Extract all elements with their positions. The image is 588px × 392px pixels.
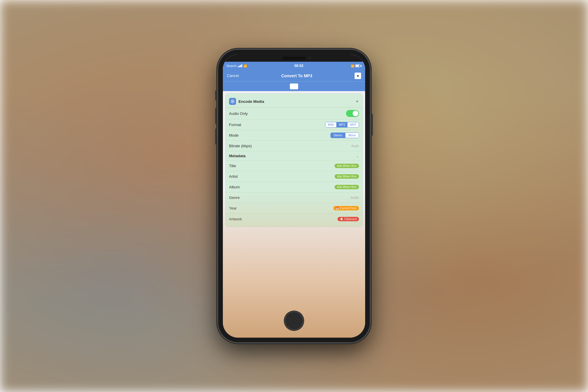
card-title: Encode Media	[238, 99, 264, 104]
format-row: Format M4A MP3 AIFF	[225, 120, 363, 130]
audio-only-row: Audio Only	[225, 108, 363, 120]
mode-stereo-button[interactable]: Stereo	[331, 133, 345, 138]
camera-dot	[308, 57, 311, 60]
mode-button-group: Stereo Mono	[330, 133, 359, 138]
screen-content: Search 📶 08:53 📶	[223, 62, 365, 304]
phone-top-bar	[223, 54, 365, 62]
status-right: 📶	[351, 64, 362, 68]
phone-body: Search 📶 08:53 📶	[218, 49, 370, 343]
artist-ask-badge[interactable]: Ask When Run	[335, 174, 359, 179]
calendar-icon: 📅	[336, 207, 339, 210]
artwork-clipboard-badge[interactable]: 📋 Clipboard	[338, 217, 359, 221]
card-header-left: Encode Media	[229, 98, 264, 105]
title-label: Title	[229, 164, 236, 168]
clipboard-icon: 📋	[340, 217, 343, 220]
volume-down-button	[215, 128, 217, 145]
title-row: Title Ask When Run	[225, 161, 363, 171]
bluetooth-icon: 📶	[351, 64, 354, 68]
year-current-date-badge[interactable]: 📅 Current Date	[333, 206, 359, 210]
encode-icon	[229, 98, 236, 105]
album-ask-badge[interactable]: Ask When Run	[335, 185, 359, 189]
silent-button	[215, 90, 217, 100]
title-ask-badge[interactable]: Ask When Run	[335, 164, 359, 168]
settings-icon[interactable]: ✦	[355, 99, 359, 104]
audio-only-toggle[interactable]	[346, 110, 359, 117]
home-button[interactable]	[285, 311, 304, 330]
toggle-knob	[353, 110, 358, 116]
genre-value: Indie	[351, 195, 359, 200]
volume-up-button	[215, 108, 217, 124]
format-label: Format	[229, 123, 241, 127]
nav-title: Convert To MP3	[281, 73, 312, 78]
status-time: 08:53	[294, 64, 303, 68]
battery-icon	[355, 64, 362, 67]
current-date-label: Current Date	[340, 207, 357, 210]
signal-bars	[238, 64, 242, 67]
artwork-row: Artwork 📋 Clipboard	[225, 214, 363, 224]
metadata-row[interactable]: Metadata ⌄	[225, 151, 363, 161]
speaker	[282, 57, 306, 60]
year-row: Year 📅 Current Date	[225, 203, 363, 214]
power-button	[371, 114, 373, 136]
artist-row: Artist Ask When Run	[225, 171, 363, 182]
bitrate-value: Auto	[351, 144, 359, 148]
artist-label: Artist	[229, 174, 238, 179]
svg-point-1	[232, 101, 233, 102]
cancel-button[interactable]: Cancel	[227, 73, 239, 78]
phone-screen: Search 📶 08:53 📶	[223, 54, 365, 338]
bitrate-label: Bitrate (kbps)	[229, 144, 252, 148]
artwork-label: Artwork	[229, 217, 242, 221]
audio-only-label: Audio Only	[229, 111, 248, 116]
status-left: Search 📶	[226, 64, 247, 68]
format-mp3-button[interactable]: MP3	[337, 122, 348, 127]
chevron-down-icon: ⌄	[356, 154, 359, 158]
action-bar	[223, 82, 365, 91]
clipboard-label: Clipboard	[344, 217, 357, 221]
mode-mono-button[interactable]: Mono	[345, 133, 359, 138]
status-bar: Search 📶 08:53 📶	[223, 62, 365, 70]
bitrate-row: Bitrate (kbps) Auto	[225, 141, 363, 151]
phone-device: Search 📶 08:53 📶	[218, 49, 370, 343]
format-m4a-button[interactable]: M4A	[325, 122, 337, 127]
album-row: Album Ask When Run	[225, 182, 363, 192]
action-square-icon	[290, 83, 298, 89]
year-label: Year	[229, 206, 237, 210]
format-button-group: M4A MP3 AIFF	[325, 122, 359, 128]
format-aiff-button[interactable]: AIFF	[348, 122, 359, 127]
mode-label: Mode	[229, 133, 239, 138]
wifi-icon: 📶	[243, 64, 247, 68]
done-icon[interactable]: ■	[355, 73, 361, 79]
encode-media-card: Encode Media ✦ Audio Only Format	[225, 93, 363, 227]
nav-bar: Cancel Convert To MP3 ■	[223, 70, 365, 82]
mode-row: Mode Stereo Mono	[225, 130, 363, 141]
genre-row: Genre Indie	[225, 192, 363, 203]
card-header: Encode Media ✦	[225, 96, 363, 108]
carrier-label: Search	[226, 64, 237, 68]
album-label: Album	[229, 185, 240, 189]
metadata-label: Metadata	[229, 154, 245, 158]
genre-label: Genre	[229, 195, 240, 200]
